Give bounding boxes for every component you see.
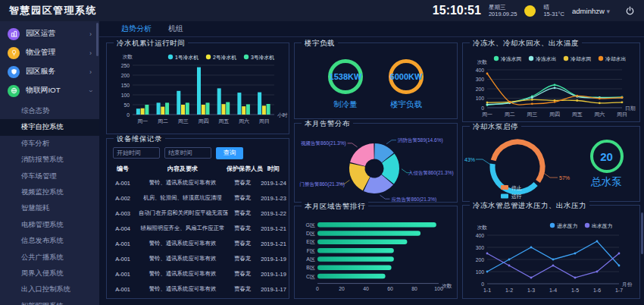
sidebar-subitem[interactable]: 信息发布系统	[0, 233, 99, 249]
sidebar-subitem[interactable]: 消防报警系统	[0, 152, 99, 168]
sidebar-item-iot[interactable]: 物联网IOT ›	[0, 81, 99, 100]
panel-title: 设备维保记录	[114, 134, 165, 144]
tab-trend-analysis[interactable]: 趋势分析	[121, 24, 152, 34]
table-col-header: 时间	[258, 165, 289, 173]
svg-text:C区: C区	[306, 274, 315, 279]
sidebar-subitem[interactable]: 公共广播系统	[0, 250, 99, 266]
sidebar-subitem[interactable]: 周界入侵系统	[0, 266, 99, 281]
end-time-input[interactable]	[164, 147, 211, 159]
sidebar-subitem[interactable]: 楼宇自控系统	[0, 119, 99, 135]
search-button[interactable]: 查询	[216, 147, 243, 159]
clock: 15:10:51	[433, 4, 481, 17]
sidebar-item-park-operations[interactable]: 园区运营 ›	[0, 24, 99, 43]
svg-text:200: 200	[121, 73, 130, 78]
table-cell: 警铃、通讯系统应可靠有效	[139, 285, 227, 293]
svg-text:周三: 周三	[178, 118, 189, 124]
pump-status-chart: 43%57%停止运行	[463, 134, 574, 202]
table-col-header: 保护保养人员	[227, 165, 258, 173]
power-icon	[625, 6, 635, 16]
svg-text:20: 20	[339, 286, 345, 291]
page-scrollbar[interactable]	[641, 212, 643, 254]
total-pump: 20 总水泵	[574, 134, 639, 202]
svg-text:100: 100	[476, 96, 485, 101]
table-cell: 2019-1-19	[258, 271, 289, 278]
table-cell: 机房、轮滑间、轿顶底坑应清理	[139, 194, 227, 202]
legend-item[interactable]: 运行	[501, 193, 522, 200]
username: adminhzw	[572, 7, 605, 15]
panel-title: 本月告警分布	[302, 119, 353, 129]
legend-item[interactable]: 2号冷水机	[206, 55, 236, 60]
sidebar-item-park-service[interactable]: 园区服务 ›	[0, 62, 99, 81]
svg-text:消防告警589(14.6%): 消防告警589(14.6%)	[397, 137, 443, 143]
app-header: 智慧园区管理系统 15:10:51 星期三 2019.09.25 晴 15-31…	[0, 0, 644, 21]
svg-text:E区: E区	[306, 239, 315, 244]
table-cell: 2019-1-21	[258, 225, 289, 232]
svg-text:B区: B区	[306, 265, 315, 270]
svg-text:250: 250	[121, 63, 130, 68]
panel-water-pressure: 冷冻水管总管进水压力、出水压力 0100200300400次数月份1-11-21…	[462, 205, 640, 299]
svg-text:周五: 周五	[218, 118, 229, 124]
svg-text:次数: 次数	[477, 59, 487, 65]
legend-item[interactable]: 冷却水出	[599, 56, 626, 61]
svg-text:周六: 周六	[594, 112, 605, 117]
legend-item[interactable]: 冷冻水回	[494, 56, 521, 62]
table-cell: 贾春龙	[227, 240, 258, 247]
sidebar-subitem[interactable]: 停车场管理	[0, 168, 99, 184]
panel-title: 冷水机累计运行时间	[114, 39, 188, 49]
svg-text:1-2: 1-2	[505, 288, 513, 293]
svg-text:100: 100	[476, 269, 485, 275]
tab-unit[interactable]: 机组	[168, 24, 183, 34]
sidebar-item-label: 园区服务	[26, 67, 55, 77]
table-cell: 贾春龙	[227, 194, 258, 202]
total-pump-ring: 20	[590, 140, 624, 173]
svg-text:A区: A区	[306, 256, 315, 262]
svg-text:400: 400	[476, 233, 485, 238]
power-button[interactable]	[625, 6, 635, 16]
sidebar-subitem[interactable]: 视频监控系统	[0, 184, 99, 200]
water-temperature-chart: 0100200300400次数日期周一周二周三周四周五周六周日冷冻水回冷冻水出冷…	[463, 50, 639, 121]
sidebar-subitem[interactable]: 智慧能耗	[0, 200, 99, 216]
sidebar-subitem[interactable]: 智能照明系统	[0, 298, 99, 305]
svg-text:周一: 周一	[482, 112, 492, 117]
table-cell: 贾春龙	[227, 255, 258, 263]
sidebar-subitem[interactable]: 停车分析	[0, 136, 99, 152]
table-cell: 2019-1-19	[258, 256, 289, 263]
table-row: A-004轿厢照明应齐全、风扇工作应正常贾春龙2019-1-21	[107, 221, 289, 236]
svg-text:3号冷水机: 3号冷水机	[251, 55, 274, 60]
svg-text:周二: 周二	[505, 112, 515, 117]
app-title: 智慧园区管理系统	[0, 4, 97, 17]
user-menu[interactable]: adminhzw ▾	[572, 7, 617, 15]
table-cell: A-001	[107, 271, 139, 278]
main-content: 趋势分析 机组 冷水机累计运行时间 050100150200250次数小时周一周…	[99, 21, 644, 305]
legend-item[interactable]: 冷冻水出	[529, 56, 556, 61]
table-cell: 贾春龙	[227, 179, 258, 187]
water-pressure-chart: 0100200300400次数月份1-11-21-31-41-51-61-7进水…	[463, 212, 639, 299]
pump-status-content: 43%57%停止运行 20 总水泵	[463, 134, 639, 202]
svg-text:200: 200	[476, 257, 485, 263]
start-time-input[interactable]	[113, 147, 160, 159]
legend-item[interactable]: 3号冷水机	[244, 55, 274, 60]
svg-text:周五: 周五	[572, 112, 583, 117]
sidebar-item-property-management[interactable]: 物业管理 ›	[0, 43, 99, 62]
table-row: A-003自动门在开启和关闭时应平稳无震荡贾春龙2019-1-22	[107, 206, 289, 221]
svg-text:周日: 周日	[259, 118, 270, 124]
tab-bar: 趋势分析 机组	[99, 21, 644, 37]
sidebar-scrollbar[interactable]	[96, 23, 98, 56]
legend-item[interactable]: 出水压力	[585, 223, 612, 228]
legend-item[interactable]: 1号冷水机	[168, 55, 199, 60]
gauges: 1538KW制冷量6000KW楼宇负载	[295, 50, 457, 110]
sidebar-subitem[interactable]: 电梯管理系统	[0, 217, 99, 233]
sidebar: 园区运营 › 物业管理 › 园区服务 › 物联	[0, 21, 99, 305]
legend-item[interactable]: 冷却水回	[564, 56, 591, 62]
table-row: A-002机房、轮滑间、轿顶底坑应清理贾春龙2019-1-23	[107, 190, 289, 206]
property-management-icon	[8, 47, 20, 59]
svg-text:150: 150	[121, 83, 130, 88]
legend-item[interactable]: 进水压力	[550, 223, 577, 229]
svg-text:冷冻水出: 冷冻水出	[536, 56, 556, 61]
svg-text:小时: 小时	[277, 112, 288, 118]
sidebar-subitem[interactable]: 出入口控制系统	[0, 281, 99, 297]
svg-text:冷却水出: 冷却水出	[605, 56, 626, 61]
svg-text:冷冻水回: 冷冻水回	[501, 56, 521, 62]
panel-maintenance-records: 设备维保记录 查询 编号内容及要求保护保养人员时间 A-001警铃、通讯系统应可…	[106, 138, 289, 299]
sidebar-subitem[interactable]: 综合态势	[0, 103, 99, 119]
